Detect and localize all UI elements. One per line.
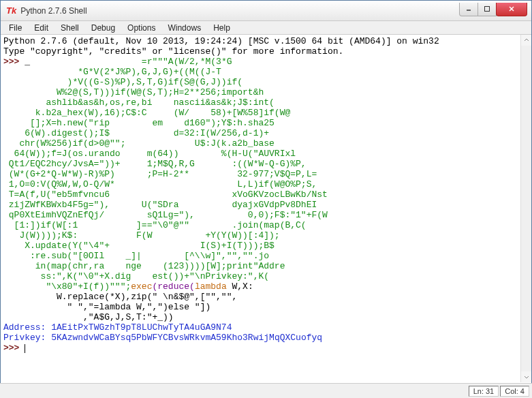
code-text: W%2@(S,T)))if(W@(S,T);H=2**256;import&h xyxy=(3,87,264,97)
code-text: " ","=lambda W,",")else "]) xyxy=(3,302,210,312)
keyword: lambda xyxy=(195,281,227,292)
menu-options[interactable]: Options xyxy=(122,22,161,34)
code-text: X.update(Y("\4"+ I(S)+I(T)));B$ xyxy=(3,241,275,251)
menu-help[interactable]: Help xyxy=(208,22,236,34)
code-text: 6(W).digest();I$ d=32:I(W/256,d-1)+ xyxy=(3,128,269,138)
menu-file[interactable]: File xyxy=(3,22,27,34)
code-text: J(W))));K$: F(W +Y(Y(W))[:4]); xyxy=(3,230,280,241)
banner-line: Type "copyright", "credits" or "license(… xyxy=(3,46,343,57)
shell-content[interactable]: Python 2.7.6 (default, Nov 10 2013, 19:2… xyxy=(1,35,531,382)
output-value: 1AEitPxTWGzhT9pT8LUChwTyTA4uGA9N74 xyxy=(46,322,232,333)
code-text: =r"""A(W/2,*M(3*G xyxy=(30,57,232,67)
code-text: "\x80"+I(f))"""; xyxy=(3,281,131,292)
prompt: >>> xyxy=(3,343,25,353)
titlebar: Tk Python 2.7.6 Shell xyxy=(1,1,531,21)
close-button[interactable] xyxy=(496,3,527,16)
scroll-down-icon[interactable] xyxy=(521,371,531,382)
code-text: :re.sub("[0OIl _]| [^\\w]","","".jo xyxy=(3,251,269,261)
code-text: k.b2a_hex(W),16);C$:C (W/ 58)+[W%58]if(W… xyxy=(3,108,290,118)
vertical-scrollbar[interactable] xyxy=(520,35,531,382)
code-text: W.replace(*X),zip(" \n&$@",["","", xyxy=(3,292,237,302)
output-label: Address: xyxy=(3,322,46,333)
menu-bar: File Edit Shell Debug Options Windows He… xyxy=(1,21,531,35)
text-cursor xyxy=(25,344,25,353)
code-text: qP0XtEimhVQZnEfQj/ sQ1Lg="), 0,0);F$:"1"… xyxy=(3,210,328,220)
minimize-button[interactable] xyxy=(459,3,478,16)
scroll-up-icon[interactable] xyxy=(521,35,531,46)
shell-output: Python 2.7.6 (default, Nov 10 2013, 19:2… xyxy=(3,36,529,353)
banner-line: Python 2.7.6 (default, Nov 10 2013, 19:2… xyxy=(3,36,439,46)
code-text: [];X=h.new("rip em d160");Y$:h.sha25 xyxy=(3,118,275,128)
code-text: ,"A$G,J,S,T:"+_)) xyxy=(3,312,174,322)
code-text: ashlib&as&h,os,re,bi nascii&as&k;J$:int( xyxy=(3,97,275,108)
maximize-button[interactable] xyxy=(478,3,497,16)
code-text: ss:",K("\0"+X.dig est())+"\nPrivkey:",K( xyxy=(3,271,269,281)
code-text: in(map(chr,ra nge (123))))[W];print"Addr… xyxy=(3,261,285,271)
menu-shell[interactable]: Shell xyxy=(55,22,84,34)
code-text: chr(W%256)if(d>0@""; U$:J(k.a2b_base xyxy=(3,138,275,149)
code-text: )*V((G-S)%P),S,T,G)if(S@(G,J))if( xyxy=(3,77,242,87)
code-text: 64(W));f=J(os.urando m(64)) %(H-U("AUVRI… xyxy=(3,149,296,159)
menu-debug[interactable]: Debug xyxy=(86,22,121,34)
output-value: 5KAzwndvWCaBYsq5PbWFYCBvsWRkvmA59Kho3Rwi… xyxy=(46,333,322,343)
tk-logo-icon: Tk xyxy=(6,5,16,16)
code-text: Qt1/EQC2hcy/JvsA="))+ 1;M$Q,R,G :((W*W-Q… xyxy=(3,159,307,169)
status-col: Col: 4 xyxy=(500,386,529,397)
code-text: *G*V(2*J%P),G,J,G)+((M((J-T xyxy=(3,67,221,77)
status-line: Ln: 31 xyxy=(469,386,499,397)
builtin: reduce xyxy=(157,281,189,292)
code-text: (W*(G+2*Q-W*W)-R)%P) ;P=H-2** 32-977;V$Q… xyxy=(3,169,317,179)
prompt: >>> xyxy=(3,57,25,67)
svg-rect-1 xyxy=(485,7,490,12)
code-text: _ xyxy=(25,57,30,67)
output-label: Privkey: xyxy=(3,333,46,343)
code-text: W,X: xyxy=(227,281,253,292)
window-title: Python 2.7.6 Shell xyxy=(20,6,460,16)
window-controls xyxy=(460,3,531,16)
status-bar: Ln: 31 Col: 4 xyxy=(0,383,532,398)
code-text: zijZWfKBWxb4F5g="), U("SDra dyajxGVdpPv8… xyxy=(3,200,317,210)
menu-edit[interactable]: Edit xyxy=(29,22,54,34)
menu-windows[interactable]: Windows xyxy=(162,22,206,34)
code-text: T=A(f,U("eb5mfvncu6 xVoGKVzocLBwKb/Nst xyxy=(3,189,328,200)
keyword: exec xyxy=(131,281,152,292)
code-text: 1,O=0:V(Q%W,W,O-Q/W* L,L)if(W@O%P;S, xyxy=(3,179,317,189)
code-text: [1:])if(W[:1 ]=="\0"@"" .join(map(B,C( xyxy=(3,220,307,230)
